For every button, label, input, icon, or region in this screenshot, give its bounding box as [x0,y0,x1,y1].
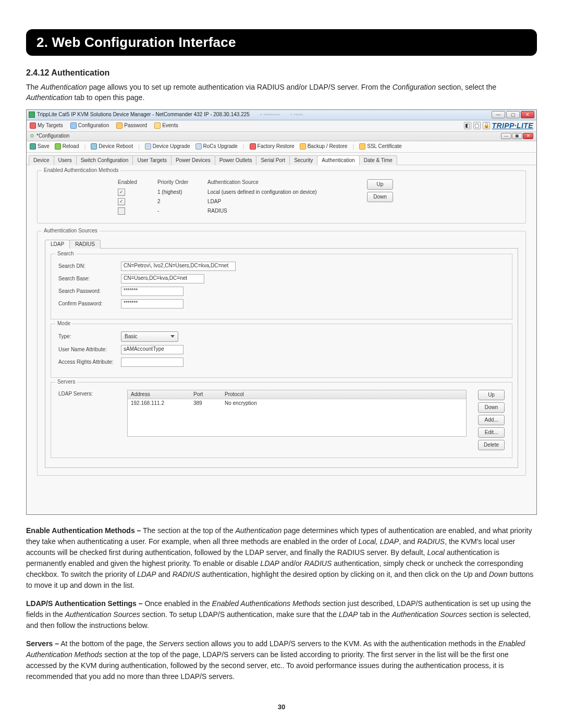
action-rocs-upgrade[interactable]: RoCs Upgrade [195,143,238,150]
action-toolbar: Save Reload | Device Reboot | Device Upg… [27,141,536,153]
user-attr-label: User Name Attribute: [58,347,121,353]
methods-down-button[interactable]: Down [367,192,393,202]
reload-icon [55,143,61,150]
type-select[interactable]: Basic [121,331,178,342]
servers-col-protocol: Protocol [225,391,463,398]
user-attr-input[interactable]: sAMAccountType [121,345,183,354]
type-label: Type: [58,334,121,340]
auth-sources-legend: Authentication Sources [42,228,100,234]
chevron-down-icon [170,335,175,338]
tab-serial-port[interactable]: Serial Port [256,155,290,165]
tab-user-targets[interactable]: User Targets [132,155,172,165]
action-device-upgrade[interactable]: Device Upgrade [145,143,190,150]
toolbar-item-password[interactable]: Password [116,122,147,129]
toolbar-item-configuration[interactable]: Configuration [70,122,109,129]
app-icon [29,112,35,118]
methods-up-button[interactable]: Up [367,179,393,190]
servers-listbox[interactable]: Address Port Protocol 192.168.111.2 389 … [127,390,467,437]
priority-2: - [157,206,199,216]
search-legend: Search [55,251,76,257]
subwindow-min-button[interactable]: — [501,133,511,139]
para-ldap-settings: LDAP/S Authentication Settings – Once en… [26,598,537,631]
lock-icon[interactable]: 🔒 [483,122,490,129]
action-device-reboot[interactable]: Device Reboot [91,143,133,150]
checkbox-ldap[interactable]: ✓ [118,198,125,205]
col-enabled: Enabled [118,179,149,186]
enabled-methods-fieldset: Enabled Authentication Methods Enabled ✓… [37,170,526,224]
ssl-icon [359,143,365,150]
search-password-label: Search Password: [58,288,121,294]
gear-icon: ⚙ [30,133,34,139]
priority-1: 2 [157,197,199,206]
servers-legend: Servers [55,379,77,385]
reboot-icon [91,143,97,150]
checkbox-radius[interactable] [118,207,125,215]
priority-0: 1 (highest) [157,188,199,197]
action-factory-restore[interactable]: Factory Restore [250,143,295,150]
servers-down-button[interactable]: Down [478,402,505,413]
screenshot-window: TrippLite Cat5 IP KVM Solutions Device M… [26,109,537,515]
servers-up-button[interactable]: Up [478,390,505,400]
subwindow-max-button[interactable]: ▣ [512,133,522,139]
servers-edit-button[interactable]: Edit... [478,427,505,438]
rocs-upgrade-icon [195,143,202,150]
para-servers: Servers – At the bottom of the page, the… [26,638,537,682]
servers-delete-button[interactable]: Delete [478,440,505,450]
toolbar-separator: | [352,143,354,150]
tab-power-outlets[interactable]: Power Outlets [215,155,257,165]
action-ssl-certificate[interactable]: SSL Certificate [359,143,401,150]
col-source: Authentication Source [207,179,327,186]
search-base-input[interactable]: CN=Users,DC=kva,DC=net [121,274,204,283]
toolbar-separator: | [84,143,86,150]
checkbox-local[interactable]: ✓ [118,189,125,196]
targets-icon [30,122,36,129]
mode-legend: Mode [55,320,72,327]
authentication-panel: Enabled Authentication Methods Enabled ✓… [27,165,536,514]
action-reload[interactable]: Reload [55,143,79,150]
save-icon [30,143,36,150]
events-icon [154,122,161,129]
config-subwindow-bar: ⚙ *Configuration — ▣ ✕ [27,132,536,141]
configuration-icon [70,122,77,129]
auth-sources-fieldset: Authentication Sources LDAP RADIUS Searc… [37,231,526,476]
search-dn-label: Search DN: [58,263,121,269]
subwindow-close-button[interactable]: ✕ [523,133,533,139]
rights-attr-label: Access Rights Attribute: [58,359,121,365]
action-backup-restore[interactable]: Backup / Restore [300,143,348,150]
tab-authentication[interactable]: Authentication [317,155,359,165]
tab-security[interactable]: Security [289,155,317,165]
tab-ldap[interactable]: LDAP [45,240,70,249]
tab-power-devices[interactable]: Power Devices [171,155,215,165]
config-subwindow-title: *Configuration [36,133,69,139]
toolbar-separator: | [243,143,244,150]
password-icon [116,122,123,129]
tab-users[interactable]: Users [54,155,77,165]
window-min-button[interactable]: — [492,111,505,118]
config-tabs: DeviceUsersSwitch ConfigurationUser Targ… [27,153,536,165]
tab-device[interactable]: Device [29,155,54,165]
tab-switch-configuration[interactable]: Switch Configuration [76,155,133,165]
tab-radius[interactable]: RADIUS [69,240,101,249]
toolbar-icon-1[interactable]: ◧ [464,122,471,129]
search-password-input[interactable]: ******* [121,287,183,296]
search-dn-input[interactable]: CN=Petrov\, Ivo2,CN=Users,DC=kva,DC=net [121,262,236,271]
main-toolbar: My Targets Configuration Password Events… [27,120,536,132]
toolbar-item-my-targets[interactable]: My Targets [30,122,63,129]
toolbar-icon-2[interactable]: ▢ [473,122,481,129]
window-close-button[interactable]: ✕ [521,111,534,118]
factory-restore-icon [250,143,256,150]
window-max-button[interactable]: ▢ [506,111,520,118]
servers-add-button[interactable]: Add... [478,415,505,425]
confirm-password-input[interactable]: ******* [121,299,183,309]
rights-attr-input[interactable] [121,357,183,367]
tab-date-time[interactable]: Date & Time [359,155,397,165]
confirm-password-label: Confirm Password: [58,301,121,307]
ldap-servers-label: LDAP Servers: [58,390,121,397]
backup-icon [300,143,306,150]
server-row[interactable]: 192.168.111.2 389 No encryption [128,399,466,408]
action-save[interactable]: Save [30,143,50,150]
page-number: 30 [26,703,537,711]
toolbar-item-events[interactable]: Events [154,122,178,129]
intro-paragraph: The Authentication page allows you to se… [26,82,537,103]
window-title: TrippLite Cat5 IP KVM Solutions Device M… [37,112,250,118]
